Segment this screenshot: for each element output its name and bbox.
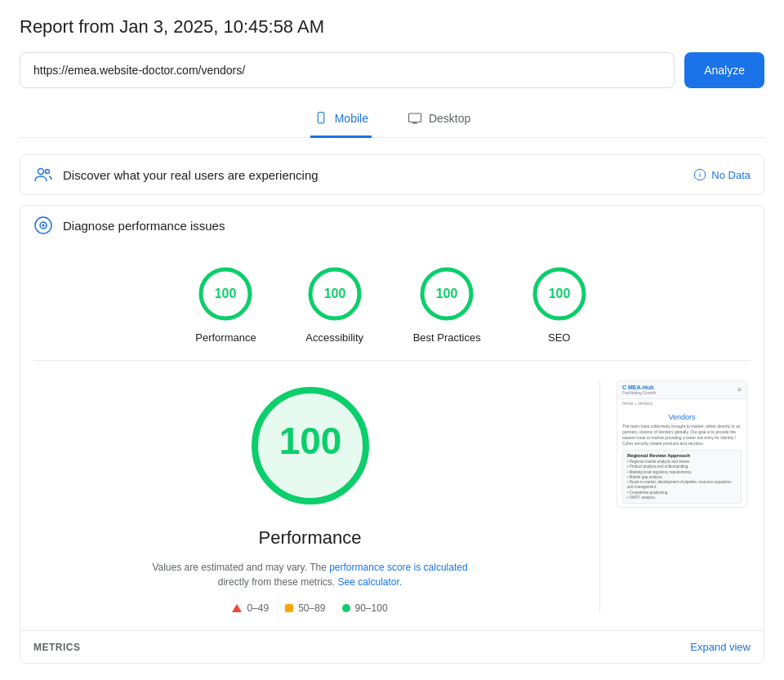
preview-body: Vendors The team have collectively broug…	[617, 407, 746, 507]
legend-orange: 50–89	[285, 602, 325, 614]
detail-right: C MEA-Hub Facilitating Growth ≡ Home » V…	[600, 380, 764, 614]
svg-text:100: 100	[436, 287, 458, 300]
preview-subtitle: Facilitating Growth	[622, 390, 656, 395]
score-label-accessibility: Accessibility	[305, 331, 363, 344]
score-label-performance: Performance	[195, 331, 256, 344]
score-label-best-practices: Best Practices	[413, 331, 481, 344]
score-best-practices[interactable]: 100 Best Practices	[413, 264, 481, 344]
score-accessibility[interactable]: 100 Accessibility	[305, 264, 364, 344]
tabs-row: Mobile Desktop	[20, 104, 764, 138]
preview-section-title: Regional Review Approach	[627, 453, 737, 458]
score-circle-performance: 100	[196, 264, 255, 323]
svg-point-1	[320, 122, 321, 122]
tab-desktop[interactable]: Desktop	[404, 104, 474, 138]
tab-mobile[interactable]: Mobile	[310, 104, 372, 138]
expand-view-link[interactable]: Expand view	[690, 641, 751, 653]
svg-text:100: 100	[548, 287, 570, 300]
perf-score-link[interactable]: performance score is calculated	[329, 562, 467, 573]
score-circle-accessibility: 100	[305, 264, 364, 323]
scores-row: 100 Performance 100 Accessibility 100	[20, 245, 764, 360]
score-circle-seo: 100	[530, 264, 589, 323]
desktop-icon	[408, 111, 422, 126]
diagnose-title: Diagnose performance issues	[63, 219, 225, 233]
analyze-button[interactable]: Analyze	[684, 52, 764, 88]
svg-point-9	[700, 171, 701, 172]
legend-square-icon	[285, 604, 293, 612]
svg-point-12	[42, 224, 45, 227]
preview-list-item: • Route to market, development of pipeli…	[627, 480, 737, 491]
legend-red-label: 0–49	[247, 602, 269, 614]
no-data-label: No Data	[711, 169, 751, 181]
preview-logo: C MEA-Hub	[622, 384, 656, 390]
real-users-title: Discover what your real users are experi…	[63, 168, 318, 182]
score-label-seo: SEO	[548, 331, 570, 344]
preview-menu-icon: ≡	[737, 386, 742, 393]
tab-mobile-label: Mobile	[335, 112, 368, 125]
mobile-icon	[314, 111, 328, 126]
metrics-label: METRICS	[33, 642, 81, 653]
detail-section: 100 Performance Values are estimated and…	[20, 361, 764, 630]
legend-orange-label: 50–89	[298, 602, 325, 614]
diagnose-icon	[33, 216, 53, 235]
tab-desktop-label: Desktop	[429, 112, 470, 125]
detail-description: Values are estimated and may vary. The p…	[139, 560, 482, 589]
score-seo[interactable]: 100 SEO	[530, 264, 589, 344]
detail-left: 100 Performance Values are estimated and…	[20, 380, 600, 614]
real-users-section: Discover what your real users are experi…	[20, 154, 764, 195]
no-data-link[interactable]: No Data	[693, 168, 751, 181]
legend-green: 90–100	[342, 602, 388, 614]
real-users-left: Discover what your real users are experi…	[33, 165, 318, 184]
url-bar-row: Analyze	[20, 52, 764, 88]
preview-nav: Home » Vendors	[617, 399, 746, 407]
metrics-bar: METRICS Expand view	[20, 630, 764, 663]
legend-dot-icon	[342, 604, 350, 612]
calculator-link[interactable]: See calculator.	[338, 576, 403, 588]
svg-text:100: 100	[323, 287, 345, 300]
preview-page-title: Vendors	[622, 413, 742, 421]
detail-score-title: Performance	[259, 527, 362, 549]
legend-green-label: 90–100	[355, 602, 388, 614]
url-input[interactable]	[20, 52, 675, 88]
info-icon	[693, 168, 706, 181]
svg-text:100: 100	[278, 420, 341, 462]
legend-red: 0–49	[232, 602, 269, 614]
score-performance[interactable]: 100 Performance	[195, 264, 256, 344]
users-icon	[33, 165, 53, 184]
preview-section: Regional Review Approach • Regional mark…	[622, 450, 742, 504]
svg-point-6	[46, 170, 50, 174]
svg-point-5	[38, 169, 44, 175]
diagnose-section: Diagnose performance issues 100 Performa…	[20, 205, 764, 664]
screenshot-preview: C MEA-Hub Facilitating Growth ≡ Home » V…	[617, 380, 747, 508]
legend-row: 0–49 50–89 90–100	[232, 602, 387, 614]
svg-text:100: 100	[215, 287, 237, 300]
preview-header: C MEA-Hub Facilitating Growth ≡	[617, 381, 746, 399]
legend-triangle-icon	[232, 604, 242, 612]
preview-body-text: The team have collectively brought to ma…	[622, 424, 742, 447]
score-circle-best-practices: 100	[417, 264, 476, 323]
report-title: Report from Jan 3, 2025, 10:45:58 AM	[20, 16, 764, 38]
svg-rect-2	[408, 113, 421, 122]
diagnose-header: Diagnose performance issues	[20, 206, 764, 245]
big-score-circle: 100	[245, 380, 376, 511]
preview-list-item: • SWOT analysis.	[627, 496, 737, 500]
preview-list: • Regional market analysis and review.• …	[627, 460, 737, 500]
